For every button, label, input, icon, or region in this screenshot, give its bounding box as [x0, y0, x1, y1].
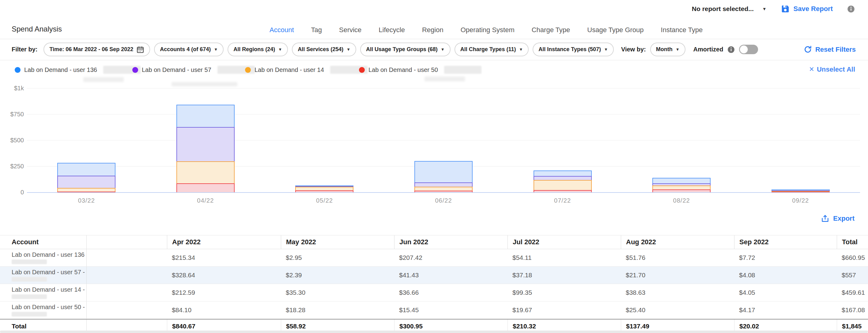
chart-bar-09-22[interactable]: [772, 190, 830, 192]
export-button[interactable]: Export: [821, 214, 855, 223]
bar-segment-lab-on-demand-user-14[interactable]: [295, 187, 353, 190]
filter-pill-all-regions-24[interactable]: All Regions (24)▼: [227, 42, 288, 56]
view-by-value: Month: [656, 46, 673, 53]
info-icon[interactable]: [847, 5, 855, 13]
bar-segment-lab-on-demand-user-14[interactable]: [652, 186, 711, 190]
bar-segment-lab-on-demand-user-136[interactable]: [177, 105, 235, 127]
chart-bar-03-22[interactable]: [57, 163, 116, 193]
legend-item-lab-on-demand-user-136[interactable]: Lab on Demand - user 136: [15, 66, 141, 74]
y-axis-tick: $250: [2, 163, 24, 170]
bar-segment-lab-on-demand-user-136[interactable]: [533, 170, 592, 176]
cell-value: $36.66: [394, 284, 507, 301]
tab-usage-type-group[interactable]: Usage Type Group: [587, 26, 644, 34]
spacer-cell: [87, 249, 167, 266]
tab-tag[interactable]: Tag: [311, 26, 322, 34]
chart-bar-06-22[interactable]: [414, 161, 473, 192]
chart-bar-08-22[interactable]: [652, 178, 711, 192]
cell-value: $4.17: [734, 301, 837, 319]
legend-item-lab-on-demand-user-50[interactable]: Lab on Demand - user 50: [359, 66, 482, 74]
unselect-all-button[interactable]: × Unselect All: [809, 65, 855, 73]
filter-pill-all-services-254[interactable]: All Services (254)▼: [292, 42, 356, 56]
bar-segment-lab-on-demand-user-14[interactable]: [533, 180, 592, 190]
cell-value: $2.95: [281, 249, 394, 266]
report-selector-dropdown[interactable]: No report selected... ▼: [692, 5, 767, 12]
redacted-text: [12, 294, 47, 299]
legend-label: Lab on Demand - user 14: [254, 66, 324, 73]
cell-value: $7.72: [734, 249, 837, 266]
bar-segment-lab-on-demand-user-57[interactable]: [414, 182, 473, 187]
table-row[interactable]: Lab on Demand - user 50 -$84.10$18.28$15…: [0, 301, 868, 319]
tab-charge-type[interactable]: Charge Type: [532, 26, 570, 34]
tab-operating-system[interactable]: Operating System: [461, 26, 515, 34]
bar-segment-lab-on-demand-user-136[interactable]: [57, 163, 116, 176]
bar-segment-lab-on-demand-user-57[interactable]: [533, 176, 592, 180]
table-row[interactable]: Lab on Demand - user 57 -$328.64$2.39$41…: [0, 267, 868, 284]
column-header-account: Account: [0, 235, 87, 249]
bar-segment-lab-on-demand-user-136[interactable]: [652, 178, 711, 183]
bar-segment-lab-on-demand-user-50[interactable]: [533, 190, 592, 192]
bar-segment-lab-on-demand-user-50[interactable]: [177, 183, 235, 192]
bar-segment-lab-on-demand-user-50[interactable]: [652, 190, 711, 192]
x-axis-label: 06/22: [435, 197, 452, 204]
bar-segment-lab-on-demand-user-14[interactable]: [57, 188, 116, 192]
cell-value: $4.05: [734, 284, 837, 301]
chart-bar-04-22[interactable]: [177, 105, 235, 192]
view-by-dropdown[interactable]: Month ▼: [650, 42, 685, 56]
filter-pill-label: All Instance Types (507): [538, 46, 601, 53]
tab-instance-type[interactable]: Instance Type: [661, 26, 703, 34]
cell-value: $41.43: [394, 267, 507, 284]
table-header-row: AccountApr 2022May 2022Jun 2022Jul 2022A…: [0, 235, 868, 249]
toggle-knob: [740, 45, 748, 54]
legend-dot: [15, 67, 21, 73]
tab-account[interactable]: Account: [270, 26, 294, 34]
redacted-text: [83, 77, 124, 82]
column-header-jun-2022: Jun 2022: [394, 235, 507, 249]
y-axis-tick: $750: [2, 111, 24, 118]
filter-pill-time-06-mar-2022-06-sep-2022[interactable]: Time: 06 Mar 2022 - 06 Sep 2022: [43, 42, 150, 56]
account-name: Lab on Demand - user 14 -: [12, 286, 85, 293]
filter-pill-all-instance-types-507[interactable]: All Instance Types (507)▼: [533, 42, 614, 56]
y-axis-tick: $500: [2, 137, 24, 144]
cell-value: $4.08: [734, 267, 837, 284]
bar-segment-lab-on-demand-user-50[interactable]: [295, 190, 353, 192]
bar-segment-lab-on-demand-user-50[interactable]: [57, 192, 116, 192]
save-report-button[interactable]: Save Report: [781, 4, 833, 13]
filter-pill-all-charge-types-11[interactable]: All Charge Types (11)▼: [455, 42, 529, 56]
legend-item-lab-on-demand-user-57[interactable]: Lab on Demand - user 57: [132, 66, 255, 74]
horizontal-scrollbar[interactable]: [0, 331, 868, 333]
legend-item-lab-on-demand-user-14[interactable]: Lab on Demand - user 14: [245, 66, 368, 74]
amortized-toggle[interactable]: [739, 45, 758, 54]
save-icon: [781, 4, 790, 13]
bar-segment-lab-on-demand-user-57[interactable]: [57, 176, 116, 188]
cell-value: $212.59: [167, 284, 281, 301]
bar-segment-lab-on-demand-user-50[interactable]: [414, 191, 473, 192]
bar-segment-lab-on-demand-user-57[interactable]: [652, 183, 711, 186]
chart-bar-07-22[interactable]: [533, 170, 592, 192]
bar-segment-lab-on-demand-user-50[interactable]: [772, 192, 830, 192]
bar-segment-lab-on-demand-user-57[interactable]: [177, 127, 235, 161]
bar-segment-lab-on-demand-user-14[interactable]: [414, 187, 473, 190]
chart-bar-05-22[interactable]: [295, 186, 353, 192]
x-axis-label: 09/22: [792, 197, 809, 204]
gridline: [27, 88, 860, 89]
cell-value: $18.28: [281, 301, 394, 319]
column-header-aug-2022: Aug 2022: [621, 235, 734, 249]
spacer-cell: [87, 284, 167, 301]
x-axis-label: 08/22: [673, 197, 690, 204]
table-row[interactable]: Lab on Demand - user 136 -$215.34$2.95$2…: [0, 249, 868, 267]
bar-segment-lab-on-demand-user-14[interactable]: [177, 161, 235, 183]
account-cell: Lab on Demand - user 57 -: [0, 267, 87, 284]
tab-service[interactable]: Service: [339, 26, 362, 34]
filter-pills: Time: 06 Mar 2022 - 06 Sep 2022Accounts …: [43, 42, 614, 56]
cell-value: $25.40: [621, 301, 734, 319]
filter-pill-accounts-4-of-674[interactable]: Accounts 4 (of 674)▼: [154, 42, 224, 56]
bar-segment-lab-on-demand-user-136[interactable]: [414, 161, 473, 183]
filter-pill-all-usage-type-groups-68[interactable]: All Usage Type Groups (68)▼: [360, 42, 451, 56]
table-row[interactable]: Lab on Demand - user 14 -$212.59$35.30$3…: [0, 284, 868, 301]
reset-filters-button[interactable]: Reset Filters: [804, 45, 856, 54]
info-icon[interactable]: [727, 45, 735, 54]
cell-value: $35.30: [281, 284, 394, 301]
tab-region[interactable]: Region: [422, 26, 443, 34]
account-cell: Lab on Demand - user 14 -: [0, 284, 87, 301]
tab-lifecycle[interactable]: Lifecycle: [378, 26, 405, 34]
